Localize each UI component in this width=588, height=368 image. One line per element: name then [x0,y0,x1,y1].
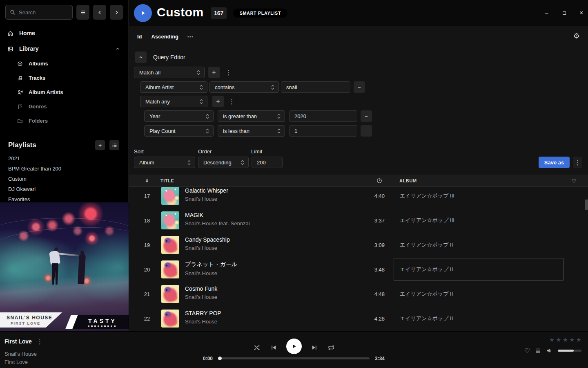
track-title[interactable]: Galactic Whisper [185,187,343,194]
star-icon[interactable]: ★ [549,337,555,343]
settings-gear-icon[interactable]: ⚙ [573,32,580,40]
column-header-album[interactable]: ALBUM [399,175,417,187]
window-minimize-button[interactable] [541,8,552,18]
add-playlist-button[interactable]: + [95,140,105,150]
table-row[interactable]: 19 Candy SpaceshipSnail's House 3:09 エイリ… [129,233,588,257]
star-icon[interactable]: ★ [556,337,561,343]
save-as-button[interactable]: Save as [539,157,570,168]
playlist-item[interactable]: DJ Okawari [0,184,128,194]
sidebar-item-folders[interactable]: Folders [0,114,128,128]
queue-button[interactable] [535,348,541,354]
playlist-list-view-button[interactable] [109,140,119,150]
sidebar-item-tracks[interactable]: Tracks [0,71,128,85]
rule-value-input[interactable] [289,110,357,122]
star-icon[interactable]: ★ [569,337,575,343]
plus-icon: + [212,68,216,76]
playlist-item[interactable]: BPM Greater than 200 [0,164,128,174]
collapse-query-editor-button[interactable] [135,52,147,63]
rule-value-input[interactable] [289,125,357,137]
track-album[interactable]: エイリアン☆ポップ III [394,187,564,207]
now-playing-cover-art[interactable]: SNAIL'S HOUSE FIRST LOVE TASTY [0,202,129,331]
track-artist[interactable]: Snail's House feat. Sennzai [185,220,343,227]
search-box[interactable] [5,5,73,20]
shuffle-button[interactable] [253,343,261,352]
table-row[interactable]: 22 STARRY POPSnail's House 4:28 エイリアン☆ポッ… [129,306,588,331]
now-playing-album[interactable]: First Love [4,359,28,365]
rule-field-select[interactable]: Album Artist [140,81,207,93]
play-pause-button[interactable] [286,339,302,354]
add-rule-button[interactable]: + [212,96,224,107]
rule-field-select[interactable]: Year [144,110,214,122]
scrollbar-thumb[interactable] [585,200,588,210]
table-row[interactable]: 20 プラネット・ガールSnail's House 3:48 エイリアン☆ポップ… [129,257,588,282]
save-options-menu-button[interactable]: ⋮ [573,157,582,168]
root-match-select[interactable]: Match all [134,67,205,78]
favorite-column-header[interactable]: ♡ [572,175,577,187]
remove-rule-button[interactable]: − [361,125,372,137]
rule-group-menu-button[interactable]: ⋮ [225,70,232,76]
table-row[interactable]: 18 MAGIKSnail's House feat. Sennzai 3:37… [129,208,588,233]
remove-rule-button[interactable]: − [361,110,372,122]
track-album[interactable]: エイリアン☆ポップ II [394,283,564,305]
playlist-item[interactable]: Custom [0,174,128,184]
sidebar-item-library[interactable]: Library [0,41,128,56]
remove-rule-button[interactable]: − [354,81,365,93]
sidebar-item-album-artists[interactable]: Album Artists [0,85,128,99]
star-icon[interactable]: ★ [563,337,568,343]
menu-button[interactable] [76,5,89,20]
window-maximize-button[interactable] [559,8,570,18]
track-artist[interactable]: Snail's House [185,319,343,325]
track-title[interactable]: Candy Spaceship [185,236,343,243]
duration-column-header[interactable] [376,175,382,187]
rule-operator-select[interactable]: is greater than [218,110,285,122]
table-row[interactable]: 21 Cosmo FunkSnail's House 4:48 エイリアン☆ポッ… [129,282,588,306]
sort-field-button[interactable]: Id [137,34,142,40]
track-artist[interactable]: Snail's House [185,196,343,202]
favorite-button[interactable]: ♡ [524,348,530,354]
rule-group-menu-button[interactable]: ⋮ [229,99,235,105]
seek-bar[interactable] [218,357,370,359]
previous-track-button[interactable] [270,343,278,352]
rule-field-select[interactable]: Play Count [144,125,214,137]
star-icon[interactable]: ★ [576,337,581,343]
seek-handle[interactable] [218,357,222,360]
more-options-button[interactable]: ⋯ [187,33,194,40]
sidebar-item-home[interactable]: Home [0,25,128,41]
track-title[interactable]: STARRY POP [185,310,343,316]
rule-operator-select[interactable]: contains [209,81,279,93]
sort-order-button[interactable]: Ascending [151,34,178,40]
track-title[interactable]: MAGIK [185,212,343,218]
add-rule-button[interactable]: + [208,67,220,78]
limit-input[interactable] [252,157,283,168]
nav-back-button[interactable] [93,5,106,20]
track-artist[interactable]: Snail's House [185,245,343,251]
rule-operator-select[interactable]: is less than [218,125,285,137]
sidebar-item-albums[interactable]: Albums [0,56,128,71]
track-artist[interactable]: Snail's House [185,270,343,276]
track-album[interactable]: エイリアン☆ポップ III [394,209,564,232]
chevron-up-icon[interactable] [115,46,120,51]
column-header-index[interactable]: # [137,175,157,187]
sort-select[interactable]: Album [134,157,195,168]
window-close-button[interactable]: × [576,8,587,18]
volume-button[interactable] [546,347,553,354]
nav-forward-button[interactable] [110,5,123,20]
rule-value-input[interactable] [281,81,350,93]
track-album[interactable]: エイリアン☆ポップ II [394,307,564,330]
playlist-item[interactable]: 2021 [0,153,128,164]
track-album[interactable]: エイリアン☆ポップ II [394,233,564,256]
column-header-title[interactable]: TITLE [160,175,174,187]
group-match-select[interactable]: Match any [140,96,207,107]
track-title[interactable]: Cosmo Funk [185,285,343,292]
track-album-focused-cell[interactable]: エイリアン☆ポップ II [394,258,564,281]
order-select[interactable]: Descending [198,157,249,168]
track-artist[interactable]: Snail's House [185,294,343,300]
play-playlist-button[interactable] [134,4,152,22]
sidebar-item-genres[interactable]: Genres [0,99,128,114]
table-row[interactable]: 17 Galactic WhisperSnail's House 4:40 エイ… [129,187,588,208]
volume-slider[interactable] [558,350,581,352]
repeat-button[interactable] [327,343,335,352]
search-input[interactable] [19,9,68,16]
next-track-button[interactable] [310,343,318,352]
track-title[interactable]: プラネット・ガール [185,261,343,268]
